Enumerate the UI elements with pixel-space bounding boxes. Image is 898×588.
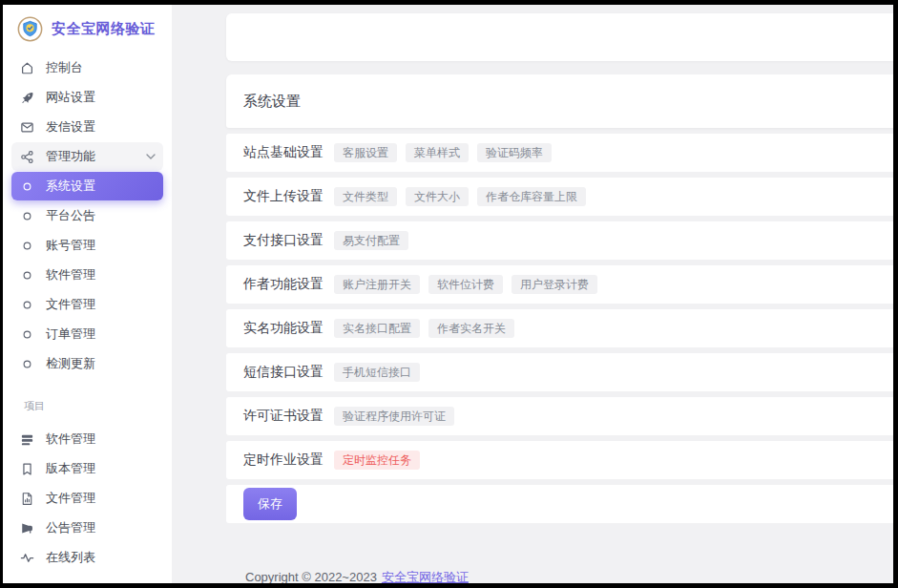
sidebar-item-label: 软件管理	[46, 266, 95, 284]
tag: 软件位计费	[428, 275, 503, 294]
settings-row-label: 许可证书设置	[243, 408, 324, 425]
circle-icon	[19, 297, 34, 312]
share-icon	[19, 149, 34, 164]
save-block: 保存	[226, 485, 893, 523]
sidebar-item-file-management[interactable]: 文件管理	[11, 290, 163, 319]
megaphone-icon	[19, 520, 34, 536]
settings-row-label: 支付接口设置	[243, 232, 324, 249]
sidebar-item-site-settings[interactable]: 网站设置	[11, 83, 163, 112]
server-icon	[19, 431, 34, 447]
settings-row-label: 定时作业设置	[243, 452, 324, 469]
footer-brand-link[interactable]: 安全宝网络验证	[382, 570, 469, 583]
app-root: 安全宝网络验证 控制台网站设置发信设置管理功能 系统设置平台公告账号管理软件管理…	[3, 5, 893, 583]
circle-icon	[19, 356, 34, 371]
settings-row-label: 站点基础设置	[243, 144, 324, 161]
sidebar-item-label: 控制台	[46, 59, 83, 76]
tag: 菜单样式	[406, 143, 469, 162]
tag: 作者仓库容量上限	[477, 187, 586, 206]
page-title: 系统设置	[243, 93, 301, 111]
sidebar-submenu: 系统设置平台公告账号管理软件管理文件管理订单管理检测更新	[3, 172, 172, 378]
settings-row-sms-api[interactable]: 短信接口设置手机短信接口	[226, 353, 893, 391]
settings-row-file-upload[interactable]: 文件上传设置文件类型文件大小作者仓库容量上限	[226, 178, 893, 216]
circle-icon	[19, 208, 34, 223]
file-icon	[19, 491, 34, 506]
sidebar-item-project-announcements[interactable]: 公告管理	[11, 514, 163, 542]
sidebar-item-label: 文件管理	[46, 490, 95, 507]
sidebar-item-label: 账号管理	[46, 237, 95, 254]
sidebar-item-label: 版本管理	[46, 460, 95, 477]
tag: 文件大小	[406, 187, 469, 206]
sidebar-item-label: 在线列表	[46, 549, 95, 566]
main-content: 系统设置 站点基础设置客服设置菜单样式验证码频率文件上传设置文件类型文件大小作者…	[172, 5, 893, 583]
header-card	[226, 13, 893, 61]
settings-row-realname-features[interactable]: 实名功能设置实名接口配置作者实名开关	[226, 309, 893, 347]
tag: 用户登录计费	[512, 275, 597, 294]
sidebar-item-label: 平台公告	[46, 207, 95, 224]
sidebar-item-project-software[interactable]: 软件管理	[11, 425, 163, 453]
brand-shield-logo-icon	[17, 16, 43, 42]
save-button[interactable]: 保存	[243, 488, 297, 520]
sidebar-main-menu: 控制台网站设置发信设置管理功能	[3, 53, 172, 171]
settings-row-author-features[interactable]: 作者功能设置账户注册开关软件位计费用户登录计费	[226, 265, 893, 304]
circle-icon	[19, 238, 34, 253]
window-frame: 安全宝网络验证 控制台网站设置发信设置管理功能 系统设置平台公告账号管理软件管理…	[0, 0, 898, 588]
circle-icon	[19, 267, 34, 283]
sidebar-item-order-management[interactable]: 订单管理	[11, 320, 163, 348]
sidebar-item-label: 管理功能	[46, 148, 95, 165]
sidebar-item-check-update[interactable]: 检测更新	[11, 349, 163, 378]
tag: 文件类型	[334, 187, 397, 206]
brand[interactable]: 安全宝网络验证	[3, 5, 172, 52]
sidebar-item-software-management[interactable]: 软件管理	[11, 261, 163, 289]
sidebar-item-platform-announcement[interactable]: 平台公告	[11, 201, 163, 230]
chevron-down-icon	[146, 154, 156, 159]
sidebar-item-admin-functions[interactable]: 管理功能	[11, 142, 163, 171]
sidebar-item-project-files[interactable]: 文件管理	[11, 484, 163, 513]
brand-title: 安全宝网络验证	[52, 20, 156, 38]
tag-danger: 定时监控任务	[334, 451, 420, 470]
sidebar-item-label: 网站设置	[46, 89, 95, 106]
settings-row-label: 短信接口设置	[243, 364, 324, 381]
copyright-text: Copyright © 2022~2023	[245, 570, 377, 583]
footer: Copyright © 2022~2023安全宝网络验证	[226, 569, 893, 583]
sidebar: 安全宝网络验证 控制台网站设置发信设置管理功能 系统设置平台公告账号管理软件管理…	[3, 5, 172, 583]
tag: 易支付配置	[334, 231, 408, 250]
sidebar-item-label: 软件管理	[46, 430, 95, 448]
settings-row-label: 作者功能设置	[243, 276, 324, 293]
settings-row-license-cert[interactable]: 许可证书设置验证程序使用许可证	[226, 397, 893, 435]
sidebar-section-label: 项目	[24, 399, 172, 413]
settings-row-payment-api[interactable]: 支付接口设置易支付配置	[226, 221, 893, 260]
rocket-icon	[19, 90, 34, 105]
sidebar-item-console[interactable]: 控制台	[11, 53, 163, 82]
bookmark-icon	[19, 461, 34, 476]
activity-icon	[19, 550, 34, 565]
settings-row-site-basic[interactable]: 站点基础设置客服设置菜单样式验证码频率	[226, 134, 893, 172]
tag: 手机短信接口	[334, 363, 420, 382]
circle-icon	[19, 326, 34, 342]
sidebar-item-label: 订单管理	[46, 326, 95, 343]
tag: 实名接口配置	[334, 319, 420, 338]
tag: 客服设置	[334, 143, 397, 162]
panel-title-block: 系统设置	[226, 74, 893, 128]
sidebar-item-label: 公告管理	[46, 519, 95, 536]
tag: 账户注册开关	[334, 275, 420, 294]
sidebar-item-label: 文件管理	[46, 296, 95, 313]
sidebar-item-label: 发信设置	[46, 118, 95, 136]
home-icon	[19, 60, 34, 75]
sidebar-item-label: 检测更新	[46, 355, 95, 372]
tag: 验证程序使用许可证	[334, 407, 454, 426]
settings-row-label: 文件上传设置	[243, 188, 324, 205]
sidebar-project-menu: 软件管理版本管理文件管理公告管理在线列表	[3, 425, 172, 572]
sidebar-item-system-settings[interactable]: 系统设置	[11, 172, 163, 200]
sidebar-item-label: 系统设置	[46, 178, 95, 195]
sidebar-item-account-management[interactable]: 账号管理	[11, 231, 163, 260]
tag: 验证码频率	[477, 143, 552, 162]
sidebar-item-mail-settings[interactable]: 发信设置	[11, 113, 163, 141]
circle-icon	[19, 178, 34, 194]
sidebar-item-project-versions[interactable]: 版本管理	[11, 454, 163, 483]
settings-row-scheduled-jobs[interactable]: 定时作业设置定时监控任务	[226, 441, 893, 479]
settings-rows: 站点基础设置客服设置菜单样式验证码频率文件上传设置文件类型文件大小作者仓库容量上…	[226, 134, 893, 485]
mail-icon	[19, 119, 34, 135]
tag: 作者实名开关	[428, 319, 514, 338]
sidebar-item-project-online-list[interactable]: 在线列表	[11, 543, 163, 572]
settings-row-label: 实名功能设置	[243, 320, 324, 337]
